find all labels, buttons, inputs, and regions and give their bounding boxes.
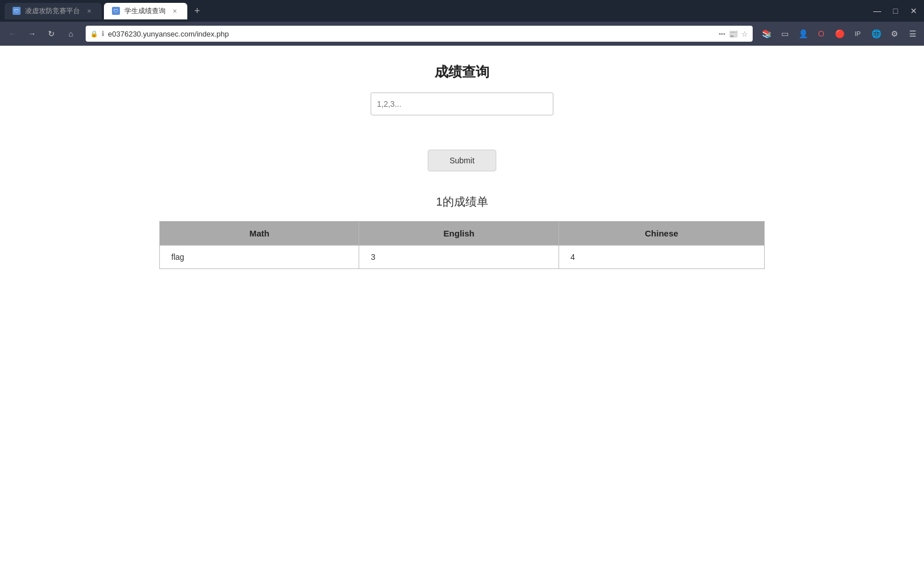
- new-tab-button[interactable]: +: [190, 5, 205, 17]
- table-row: flag 3 4: [160, 246, 765, 269]
- bookmark-icon[interactable]: ☆: [741, 30, 748, 38]
- header-chinese: Chinese: [559, 222, 764, 246]
- ip-icon[interactable]: IP: [851, 27, 865, 41]
- tab-active[interactable]: 🛡 学生成绩查询 ✕: [104, 3, 187, 19]
- tab2-close-button[interactable]: ✕: [170, 6, 179, 15]
- reload-button[interactable]: ↻: [43, 26, 59, 42]
- minimize-button[interactable]: —: [871, 6, 883, 15]
- lock-icon: 🔒: [90, 30, 98, 38]
- sidebar-icon[interactable]: ▭: [778, 27, 792, 41]
- address-bar-container: 🔒 ℹ ••• 📰 ☆: [86, 26, 753, 42]
- close-button[interactable]: ✕: [908, 6, 919, 15]
- window-controls: — □ ✕: [871, 6, 919, 15]
- page-title: 成绩查询: [435, 63, 489, 81]
- extension-icon[interactable]: 🔴: [833, 27, 846, 41]
- toolbar: ← → ↻ ⌂ 🔒 ℹ ••• 📰 ☆ 📚 ▭ 👤 O 🔴 IP 🌐 ⚙ ☰: [0, 22, 924, 46]
- vpn-icon[interactable]: 🌐: [869, 27, 883, 41]
- table-header-row: Math English Chinese: [160, 222, 765, 246]
- header-english: English: [359, 222, 559, 246]
- account-icon[interactable]: 👤: [796, 27, 810, 41]
- page-content: 成绩查询 Submit 1的成绩单 Math English Chinese f…: [0, 46, 924, 582]
- reader-icon[interactable]: 📰: [729, 30, 738, 38]
- address-input[interactable]: [108, 30, 715, 38]
- cell-english: 3: [359, 246, 559, 269]
- back-button[interactable]: ←: [5, 26, 21, 42]
- opera-icon[interactable]: O: [814, 27, 828, 41]
- tab1-close-button[interactable]: ✕: [85, 6, 94, 15]
- library-icon[interactable]: 📚: [760, 27, 773, 41]
- tab-inactive[interactable]: 🛡 凌虚攻防竞赛平台 ✕: [5, 3, 102, 19]
- menu-icon[interactable]: ☰: [906, 27, 919, 41]
- browser-window: 🛡 凌虚攻防竞赛平台 ✕ 🛡 学生成绩查询 ✕ + — □ ✕ ← → ↻ ⌂ …: [0, 0, 924, 582]
- submit-button[interactable]: Submit: [428, 150, 496, 171]
- settings-icon[interactable]: ⚙: [887, 27, 901, 41]
- grade-table: Math English Chinese flag 3 4: [159, 221, 765, 269]
- tab1-label: 凌虚攻防竞赛平台: [25, 6, 80, 16]
- maximize-button[interactable]: □: [890, 6, 901, 15]
- result-title: 1的成绩单: [436, 194, 488, 210]
- tab1-icon: 🛡: [13, 7, 21, 15]
- tab2-label: 学生成绩查询: [124, 6, 166, 16]
- info-icon: ℹ: [102, 30, 105, 38]
- address-options-button[interactable]: •••: [718, 30, 725, 37]
- toolbar-icons: 📚 ▭ 👤 O 🔴 IP 🌐 ⚙ ☰: [760, 27, 919, 41]
- cell-chinese: 4: [559, 246, 764, 269]
- home-button[interactable]: ⌂: [63, 26, 79, 42]
- header-math: Math: [160, 222, 359, 246]
- forward-button[interactable]: →: [24, 26, 40, 42]
- search-input[interactable]: [371, 93, 553, 115]
- cell-math: flag: [160, 246, 359, 269]
- title-bar: 🛡 凌虚攻防竞赛平台 ✕ 🛡 学生成绩查询 ✕ + — □ ✕: [0, 0, 924, 22]
- tab2-icon: 🛡: [112, 7, 120, 15]
